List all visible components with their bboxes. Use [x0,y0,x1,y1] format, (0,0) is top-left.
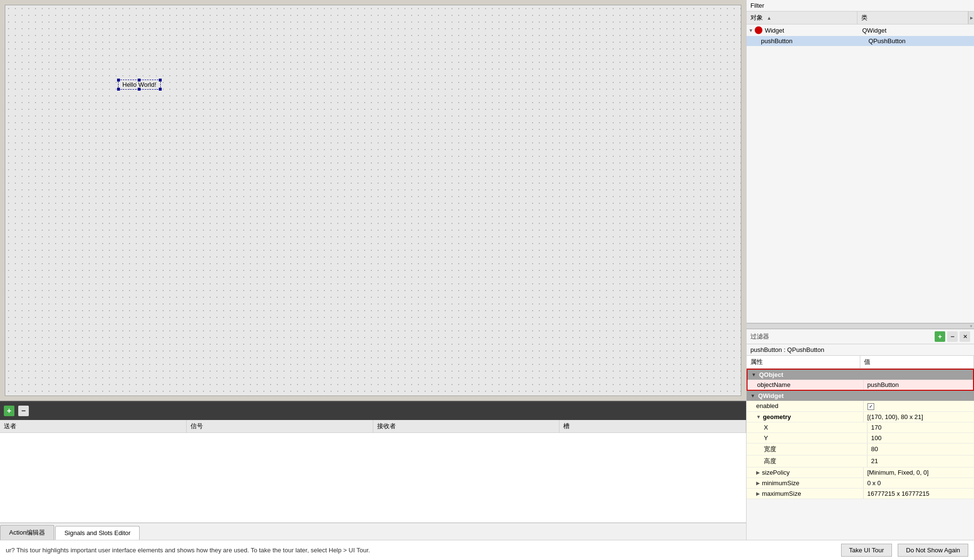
prop-row-maxsize[interactable]: ▶ maximumSize 16777215 x 16777215 [747,489,974,499]
prop-row-width[interactable]: 宽度 80 [747,443,974,455]
pushbutton-class: QPushButton [865,37,974,45]
prop-title: pushButton : QPushButton [747,344,974,356]
widget-class: QWidget [858,27,974,34]
prop-row-objectname[interactable]: objectName pushButton [748,380,973,390]
resize-handle-bm[interactable] [138,88,141,91]
prop-name-y: Y [747,433,867,443]
take-tour-button[interactable]: Take UI Tour [841,544,892,557]
prop-value-y[interactable]: 100 [867,433,974,443]
resize-handle-tl[interactable] [117,79,120,82]
prop-row-y[interactable]: Y 100 [747,433,974,443]
tab-signals-slots[interactable]: Signals and Slots Editor [55,526,140,540]
prop-col-name: 属性 [747,356,860,368]
widget-name: Widget [765,27,784,34]
maxsize-label: maximumSize [762,490,801,497]
prop-group-qobject[interactable]: ▼ QObject [748,370,973,380]
col-signal: 信号 [187,420,373,432]
prop-value-minsize: 0 x 0 [864,478,974,488]
remove-connection-button[interactable]: − [18,406,29,416]
sizepolicy-expand-arrow[interactable]: ▶ [756,470,760,475]
prop-add-button[interactable]: + [935,331,945,342]
prop-row-x[interactable]: X 170 [747,422,974,433]
widget-button-label: Hello World! [122,81,156,88]
pushbutton-name: pushButton [761,37,793,45]
prop-table: 属性 值 ▼ QObject objectName pushButton [747,356,974,540]
qwidget-label: QWidget [758,392,784,399]
sort-arrow-object[interactable]: ▲ [767,15,772,21]
prop-name-objectname: objectName [748,380,864,390]
resize-handle-tr[interactable] [159,79,162,82]
prop-name-height: 高度 [747,455,867,467]
minsize-expand-arrow[interactable]: ▶ [756,480,760,486]
prop-value-geometry: [(170, 100), 80 x 21] [864,412,974,422]
prop-value-enabled[interactable]: ✓ [864,401,974,411]
resize-handle-tm[interactable] [138,79,141,82]
prop-wrench-button[interactable]: ✕ [960,331,970,342]
prop-value-x[interactable]: 170 [867,422,974,432]
prop-group-qwidget-container: ▼ QWidget enabled ✓ ▼ geome [747,391,974,499]
inspector-header: 对象 ▲ 类 ▶ [747,12,974,24]
maxsize-expand-arrow[interactable]: ▶ [756,491,760,496]
inspector-row-widget[interactable]: ▼ Widget QWidget [747,24,974,36]
panel-separator: ▼ [747,323,974,329]
prop-row-geometry[interactable]: ▼ geometry [(170, 100), 80 x 21] [747,412,974,422]
prop-value-height[interactable]: 21 [867,456,974,466]
scroll-down-indicator: ▼ [969,324,973,328]
prop-name-minsize: ▶ minimumSize [747,478,864,488]
properties-toolbar: 过滤器 + − ✕ [747,329,974,344]
col-class: 类 [857,12,968,24]
prop-row-minsize[interactable]: ▶ minimumSize 0 x 0 [747,478,974,489]
prop-remove-button[interactable]: − [947,331,958,342]
do-not-show-button[interactable]: Do Not Show Again [898,544,968,557]
scroll-right-arrow[interactable]: ▶ [968,12,974,24]
prop-row-sizepolicy[interactable]: ▶ sizePolicy [Minimum, Fixed, 0, 0] [747,467,974,478]
minsize-label: minimumSize [762,479,799,487]
signals-slots-toolbar: + − [0,402,746,420]
add-connection-button[interactable]: + [4,406,14,416]
prop-toolbar-buttons: + − ✕ [935,331,970,342]
prop-name-sizepolicy: ▶ sizePolicy [747,467,864,478]
sizepolicy-label: sizePolicy [762,469,790,476]
prop-name-x: X [747,422,867,432]
geometry-expand-arrow[interactable]: ▼ [756,414,761,420]
inspector-row-pushbutton[interactable]: pushButton QPushButton [747,36,974,46]
col-class-label: 类 [861,13,867,22]
col-receiver: 接收者 [373,420,560,432]
resize-handle-br[interactable] [159,88,162,91]
col-sender: 送者 [0,420,187,432]
prop-filter-label: 过滤器 [750,332,769,341]
tour-bar-text: ur? This tour highlights important user … [6,547,835,554]
prop-table-header: 属性 值 [747,356,974,369]
col-object-label: 对象 [750,13,763,22]
qobject-label: QObject [759,371,784,378]
expand-arrow-widget[interactable]: ▼ [748,28,753,33]
prop-col-value: 值 [860,356,974,368]
prop-value-width[interactable]: 80 [867,444,974,454]
signals-table-header: 送者 信号 接收者 槽 [0,420,746,433]
prop-name-enabled: enabled [747,401,864,411]
prop-row-enabled[interactable]: enabled ✓ [747,401,974,412]
canvas-widget-button[interactable]: Hello World! [118,80,161,90]
prop-group-qwidget[interactable]: ▼ QWidget [747,391,974,401]
qwidget-arrow: ▼ [750,393,755,398]
col-slot: 槽 [559,420,746,432]
col-object: 对象 ▲ [747,12,857,24]
filter-bar: Filter [747,0,974,12]
prop-name-width: 宽度 [747,443,867,455]
geometry-label: geometry [763,413,791,420]
prop-value-sizepolicy: [Minimum, Fixed, 0, 0] [864,467,974,478]
signals-table-body [0,433,746,523]
prop-name-maxsize: ▶ maximumSize [747,489,864,499]
bottom-tabs: Action编辑器 Signals and Slots Editor [0,523,746,540]
prop-row-height[interactable]: 高度 21 [747,455,974,467]
tab-action-editor[interactable]: Action编辑器 [0,525,54,540]
prop-value-maxsize: 16777215 x 16777215 [864,489,974,499]
prop-value-objectname[interactable]: pushButton [864,380,974,390]
filter-label: Filter [750,2,764,9]
resize-handle-bl[interactable] [117,88,120,91]
prop-name-geometry: ▼ geometry [747,412,864,422]
signals-table-rows [0,433,746,523]
qobject-arrow: ▼ [751,372,756,377]
inspector-body: ▼ Widget QWidget pushButton QPushButton [747,24,974,323]
enabled-checkbox[interactable]: ✓ [867,403,874,410]
